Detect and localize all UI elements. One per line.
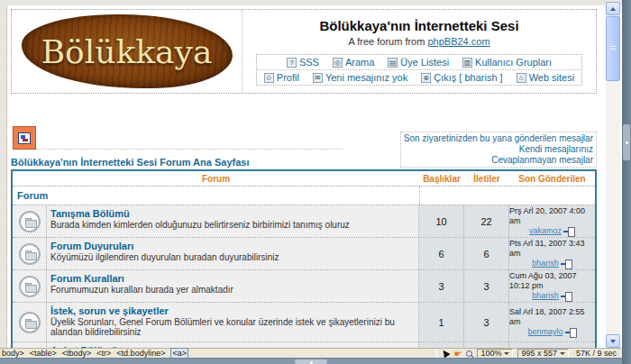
website-icon: ⌂ [517, 73, 526, 83]
new-posts-link[interactable]: Son ziyaretinizden bu yana gönderilen me… [404, 133, 593, 144]
posts-count: 3 [464, 303, 509, 341]
chevron-down-icon [504, 352, 509, 355]
forum-link[interactable]: Tanışma Bölümü [50, 208, 130, 219]
scroll-down-button[interactable] [606, 334, 620, 348]
forum-cell: İstek, sorun ve şikayetler Üyelik Sorunl… [47, 303, 419, 341]
goto-last-post-icon[interactable] [561, 259, 572, 268]
unanswered-posts-link[interactable]: Cevaplanmayan mesajlar [404, 155, 593, 166]
zoom-tool-icon[interactable] [466, 350, 472, 357]
vertical-scrollbar[interactable] [606, 2, 620, 348]
own-posts-link[interactable]: Kendi mesajlarınız [404, 144, 593, 155]
window-size-value: 995 x 557 [521, 349, 557, 358]
category-link[interactable]: Forum [13, 187, 419, 205]
nav-faq-label: SSS [299, 57, 319, 68]
status-bar: body> <table> <tbody> <tr> <td.bodyline>… [0, 348, 622, 358]
topics-count: 1 [419, 303, 464, 341]
logo-text: Bölükkaya [41, 33, 213, 70]
table-header-row: Forum Başlıklar İletiler Son Gönderilen [13, 171, 595, 187]
tag-body[interactable]: body> [2, 349, 24, 358]
panel-collapse-handle[interactable] [295, 359, 327, 364]
category-row: Forum [13, 187, 595, 205]
forum-status-cell [13, 238, 47, 269]
nav-logout-label: Çıkış [ bharish ] [434, 72, 502, 83]
phpbb24-link[interactable]: phpBB24.com [427, 36, 489, 47]
nav-faq[interactable]: ?SSS [287, 57, 319, 68]
site-subtitle: A free forum from phpBB24.com [242, 36, 596, 47]
tag-table[interactable]: <table> [30, 349, 57, 358]
nav-search[interactable]: ◎Arama [333, 57, 374, 68]
forum-link[interactable]: Forum Kuralları [50, 273, 124, 284]
nav-logout[interactable]: ⊗Çıkış [ bharish ] [421, 72, 502, 83]
last-post-date: Prş Arl 20, 2007 4:00 am [509, 206, 595, 226]
column-header-forum: Forum [13, 174, 419, 184]
last-post-date: Sal Arl 18, 2007 2:55 am [509, 307, 595, 327]
window-size-dropdown[interactable]: 995 x 557 [517, 349, 569, 359]
broken-image-placeholder[interactable] [13, 126, 36, 150]
last-post-cell: Sal Arl 18, 2007 2:55 am benmaylo [509, 303, 595, 341]
forum-row-kurallar: Forum Kuralları Forumumuzun kuralları bu… [13, 270, 595, 303]
tag-tr[interactable]: <tr> [96, 349, 111, 358]
goto-last-post-icon[interactable] [561, 292, 572, 300]
chevron-up-icon [610, 7, 616, 11]
last-post-user-link[interactable]: bharish [532, 259, 559, 268]
status-bar-tools: ☛ 100% 995 x 557 57K / 9 sec [436, 349, 622, 359]
search-icon: ◎ [333, 58, 343, 68]
scroll-up-button[interactable] [606, 2, 620, 15]
panel-collapse-handle[interactable] [623, 124, 630, 160]
column-header-posts: İletiler [464, 174, 509, 184]
hand-tool-icon[interactable]: ☛ [453, 350, 462, 358]
subtitle-prefix: A free forum from [348, 36, 427, 47]
nav-messages[interactable]: ✉Yeni mesajınız yok [313, 72, 407, 83]
forum-link[interactable]: İstek, sorun ve şikayetler [50, 305, 169, 316]
forum-description: Forumumuzun kuralları burada yer almakta… [50, 285, 415, 295]
zoom-level-value: 100% [480, 349, 501, 358]
forum-description: Üyelik Sorunları, Genel Forum Bölümleri … [50, 317, 415, 337]
folder-icon [19, 243, 41, 265]
nav-row-1: ?SSS ◎Arama ▤Üye Listesi ▥Kullanıcı Grup… [257, 55, 581, 69]
last-post-date: Pts Arl 31, 2007 3:43 am [509, 239, 595, 259]
broken-image-icon [18, 132, 31, 144]
select-tool-icon[interactable] [441, 348, 451, 358]
forum-cell: Forum Duyuruları Köyümüzü ilgilendiren d… [47, 238, 419, 269]
nav-messages-label: Yeni mesajınız yok [325, 72, 407, 83]
goto-last-post-icon[interactable] [563, 227, 575, 235]
topics-count: 3 [419, 270, 464, 302]
nav-memberlist-label: Üye Listesi [400, 57, 449, 68]
right-panel-splitter[interactable] [622, 0, 631, 364]
bottom-panel-splitter[interactable] [0, 358, 622, 364]
messages-icon: ✉ [313, 73, 323, 83]
goto-last-post-icon[interactable] [565, 328, 577, 336]
usergroups-icon: ▥ [462, 58, 472, 68]
forum-cell: Forum Kuralları Forumumuzun kuralları bu… [47, 270, 419, 302]
logout-icon: ⊗ [421, 73, 431, 83]
forum-table: Forum Başlıklar İletiler Son Gönderilen … [11, 169, 597, 348]
posts-count: 22 [464, 205, 509, 237]
forum-status-cell [13, 303, 47, 341]
forum-description: Köyümüzü ilgilendiren duyuruları buradan… [50, 252, 415, 262]
topics-count: 10 [419, 205, 464, 237]
last-post-user-link[interactable]: benmaylo [527, 327, 562, 337]
last-post-user-link[interactable]: bharish [532, 291, 559, 301]
site-logo[interactable]: Bölükkaya [22, 14, 233, 88]
nav-profile-label: Profil [277, 72, 299, 83]
last-post-cell: Cum Ağu 03, 2007 10:12 pm bharish [509, 270, 595, 302]
last-post-date: Cum Ağu 03, 2007 10:12 pm [509, 271, 595, 291]
nav-memberlist[interactable]: ▤Üye Listesi [388, 57, 449, 68]
forum-header: Bölükkaya Bölükkaya'nın İnternetteki Ses… [11, 9, 597, 94]
tag-td-bodyline[interactable]: <td.bodyline> [116, 349, 165, 358]
folder-icon [19, 276, 41, 297]
separator [436, 350, 437, 358]
forum-link[interactable]: Forum Duyuruları [50, 241, 133, 251]
forum-description: Burada kimden kimlerden olduğunuzu belir… [50, 220, 415, 230]
scrollbar-thumb[interactable] [606, 16, 620, 81]
forum-cell: Tanışma Bölümü Burada kimden kimlerden o… [47, 205, 419, 237]
nav-usergroups[interactable]: ▥Kullanıcı Grupları [462, 57, 552, 68]
last-post-user-link[interactable]: vakamoz [529, 226, 562, 236]
tag-tbody[interactable]: <tbody> [62, 349, 92, 358]
nav-profile[interactable]: ☺Profil [264, 72, 299, 83]
zoom-level-dropdown[interactable]: 100% [477, 349, 513, 359]
nav-website-label: Web sitesi [529, 72, 575, 83]
column-header-lastpost: Son Gönderilen [509, 174, 595, 184]
forum-index-link[interactable]: Bölükkaya'nın İnternetteki Sesi Forum An… [11, 157, 249, 168]
nav-website[interactable]: ⌂Web sitesi [517, 72, 575, 83]
